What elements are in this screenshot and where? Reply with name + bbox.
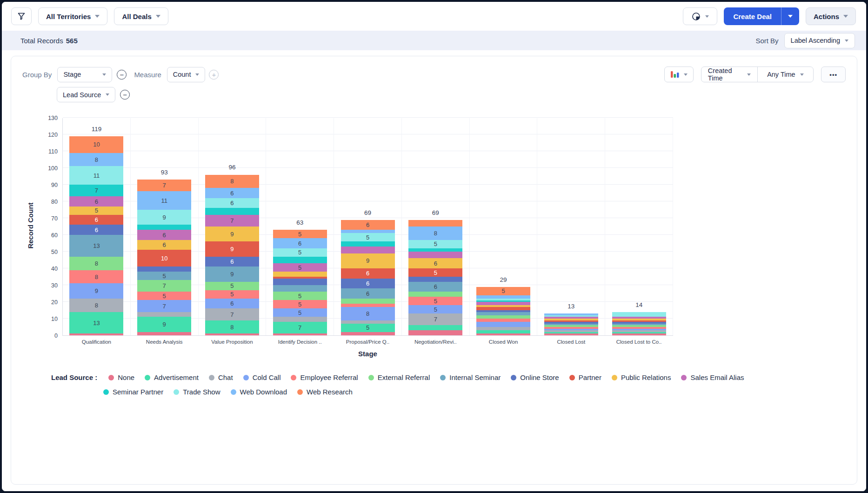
bar-segment[interactable] bbox=[137, 266, 191, 272]
bar-segment[interactable] bbox=[408, 330, 462, 335]
more-options-button[interactable]: ••• bbox=[821, 67, 846, 82]
bar-segment[interactable]: 5 bbox=[137, 272, 191, 280]
bar-segment[interactable]: 5 bbox=[341, 233, 395, 241]
bar-segment[interactable] bbox=[341, 320, 395, 324]
bar-segment[interactable]: 5 bbox=[273, 248, 327, 257]
bar-segment[interactable]: 7 bbox=[273, 322, 327, 333]
bar-segment[interactable]: 5 bbox=[408, 305, 462, 313]
bar-segment[interactable] bbox=[273, 333, 327, 335]
bar-segment[interactable] bbox=[476, 322, 530, 327]
bar-segment[interactable] bbox=[544, 333, 598, 335]
bar-segment[interactable]: 6 bbox=[137, 240, 191, 250]
bar-segment[interactable] bbox=[408, 292, 462, 297]
bar-segment[interactable] bbox=[341, 230, 395, 233]
remove-group-by-button[interactable]: − bbox=[117, 70, 127, 80]
bar-segment[interactable]: 6 bbox=[69, 196, 123, 207]
bar-segment[interactable] bbox=[476, 327, 530, 330]
legend-item[interactable]: Seminar Partner bbox=[103, 388, 163, 396]
bar-segment[interactable] bbox=[476, 315, 530, 319]
bar-segment[interactable] bbox=[341, 241, 395, 246]
bar-segment[interactable]: 5 bbox=[273, 300, 327, 308]
bar-segment[interactable] bbox=[476, 312, 530, 315]
bar-segment[interactable]: 5 bbox=[408, 268, 462, 277]
bar-segment[interactable] bbox=[273, 285, 327, 292]
bar-segment[interactable]: 5 bbox=[273, 308, 327, 317]
group-by-dropdown-lead-source[interactable]: Lead Source bbox=[57, 87, 115, 102]
bar-segment[interactable] bbox=[476, 330, 530, 333]
bar-segment[interactable]: 9 bbox=[205, 241, 259, 256]
bar-segment[interactable]: 8 bbox=[69, 270, 123, 284]
legend-item[interactable]: Employee Referral bbox=[291, 373, 358, 381]
bar-segment[interactable]: 9 bbox=[205, 266, 259, 281]
bar-segment[interactable]: 11 bbox=[69, 166, 123, 185]
bar-segment[interactable]: 5 bbox=[273, 230, 327, 238]
bar-segment[interactable]: 5 bbox=[69, 207, 123, 215]
add-measure-button[interactable]: + bbox=[209, 70, 219, 80]
bar-segment[interactable] bbox=[341, 332, 395, 335]
time-range-dropdown[interactable]: Any Time bbox=[757, 71, 813, 78]
filter-button[interactable] bbox=[11, 7, 32, 25]
actions-dropdown[interactable]: Actions bbox=[806, 7, 856, 25]
bar-segment[interactable] bbox=[612, 333, 666, 335]
bar-segment[interactable]: 7 bbox=[408, 313, 462, 325]
bar-segment[interactable]: 7 bbox=[137, 280, 191, 292]
bar-segment[interactable]: 6 bbox=[341, 288, 395, 299]
bar-segment[interactable]: 6 bbox=[408, 282, 462, 292]
bar-segment[interactable]: 7 bbox=[137, 180, 191, 191]
bar-segment[interactable]: 9 bbox=[137, 317, 191, 332]
bar-segment[interactable] bbox=[205, 208, 259, 214]
bar-segment[interactable]: 9 bbox=[205, 227, 259, 241]
sort-order-dropdown[interactable]: Label Ascending bbox=[784, 33, 855, 48]
legend-item[interactable]: External Referral bbox=[368, 373, 430, 381]
bar-segment[interactable] bbox=[612, 312, 666, 317]
bar-segment[interactable]: 5 bbox=[273, 292, 327, 300]
bar-segment[interactable] bbox=[273, 279, 327, 285]
bar-segment[interactable] bbox=[69, 333, 123, 335]
bar-segment[interactable] bbox=[408, 248, 462, 252]
legend-item[interactable]: Sales Email Alias bbox=[681, 373, 744, 381]
bar-segment[interactable]: 5 bbox=[476, 287, 530, 295]
legend-item[interactable]: Advertisement bbox=[145, 373, 199, 381]
bar-segment[interactable]: 7 bbox=[205, 215, 259, 227]
bar-segment[interactable]: 8 bbox=[205, 320, 259, 334]
bar-segment[interactable]: 6 bbox=[205, 188, 259, 198]
bar-segment[interactable]: 7 bbox=[69, 185, 123, 196]
bar-segment[interactable]: 6 bbox=[205, 257, 259, 267]
bar-segment[interactable] bbox=[408, 277, 462, 282]
bar-segment[interactable]: 8 bbox=[205, 175, 259, 188]
bar-segment[interactable]: 13 bbox=[69, 235, 123, 257]
bar-segment[interactable]: 6 bbox=[273, 238, 327, 248]
bar-segment[interactable] bbox=[137, 332, 191, 335]
bar-segment[interactable]: 5 bbox=[205, 282, 259, 290]
bar-segment[interactable] bbox=[137, 225, 191, 230]
bar-segment[interactable]: 5 bbox=[137, 292, 191, 300]
bar-segment[interactable]: 6 bbox=[205, 299, 259, 309]
bar-segment[interactable]: 6 bbox=[408, 258, 462, 268]
bar-segment[interactable]: 8 bbox=[341, 307, 395, 320]
legend-item[interactable]: Web Download bbox=[231, 388, 287, 396]
deal-filter-dropdown[interactable]: All Deals bbox=[114, 7, 168, 25]
bar-segment[interactable]: 11 bbox=[137, 191, 191, 210]
bar-segment[interactable]: 8 bbox=[69, 299, 123, 312]
bar-segment[interactable]: 8 bbox=[69, 153, 123, 167]
chart-type-dropdown[interactable] bbox=[664, 67, 694, 82]
bar-segment[interactable] bbox=[273, 257, 327, 263]
bar-segment[interactable] bbox=[476, 307, 530, 310]
bar-segment[interactable] bbox=[273, 317, 327, 322]
bar-segment[interactable] bbox=[341, 304, 395, 307]
legend-item[interactable]: Public Relations bbox=[612, 373, 671, 381]
group-by-dropdown-stage[interactable]: Stage bbox=[57, 67, 112, 82]
time-field-dropdown[interactable]: Created Time bbox=[701, 67, 757, 82]
legend-item[interactable]: Web Research bbox=[297, 388, 353, 396]
bar-segment[interactable]: 10 bbox=[69, 136, 123, 153]
bar-segment[interactable]: 9 bbox=[341, 253, 395, 268]
bar-segment[interactable]: 10 bbox=[137, 250, 191, 266]
bar-segment[interactable]: 6 bbox=[69, 215, 123, 225]
bar-segment[interactable]: 5 bbox=[341, 324, 395, 332]
bar-segment[interactable] bbox=[408, 252, 462, 258]
bar-segment[interactable]: 9 bbox=[69, 283, 123, 298]
bar-segment[interactable]: 5 bbox=[273, 263, 327, 272]
bar-segment[interactable] bbox=[476, 295, 530, 299]
bar-segment[interactable] bbox=[476, 333, 530, 335]
legend-item[interactable]: Online Store bbox=[511, 373, 559, 381]
